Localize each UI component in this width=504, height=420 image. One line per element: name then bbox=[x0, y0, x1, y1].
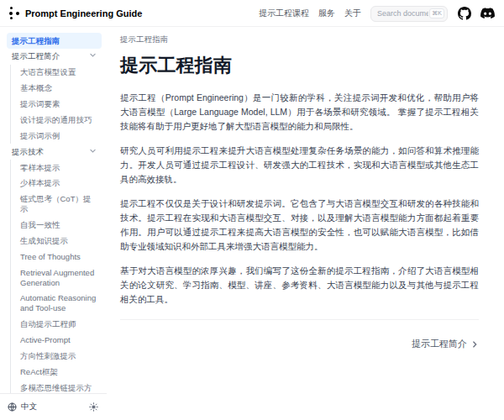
sidebar-item-label: Automatic Reasoning and Tool-use bbox=[20, 293, 97, 313]
nav-link[interactable]: 提示工程课程 bbox=[259, 8, 309, 19]
sidebar-item-label: 提示工程指南 bbox=[12, 36, 60, 46]
sidebar-item-label: 基本概念 bbox=[20, 83, 52, 93]
next-page-label: 提示工程简介 bbox=[412, 338, 467, 350]
content-divider bbox=[120, 319, 479, 320]
sidebar-item-label: 链式思考（CoT）提示 bbox=[20, 194, 97, 214]
sidebar-item[interactable]: 零样本提示 bbox=[10, 160, 102, 176]
sidebar-item[interactable]: 提示工程简介 bbox=[7, 49, 102, 65]
sidebar-item[interactable]: Tree of Thoughts bbox=[10, 249, 102, 265]
sidebar-item-label: 提示词要素 bbox=[20, 99, 60, 109]
sidebar-item[interactable]: 大语言模型设置 bbox=[10, 65, 102, 81]
sidebar-item[interactable]: 多模态思维链提示方法 bbox=[10, 380, 102, 393]
sidebar-item[interactable]: 生成知识提示 bbox=[10, 233, 102, 249]
sidebar-item[interactable]: 方向性刺激提示 bbox=[10, 348, 102, 364]
sidebar-item[interactable]: 设计提示的通用技巧 bbox=[10, 112, 102, 128]
sidebar-footer: 中文 bbox=[0, 393, 107, 419]
search-box: ⌘K bbox=[370, 4, 448, 22]
sidebar-item[interactable]: 自我一致性 bbox=[10, 218, 102, 234]
sidebar-item[interactable]: Retrieval Augmented Generation bbox=[10, 265, 102, 291]
article-paragraph: 提示工程（Prompt Engineering）是一门较新的学科，关注提示词开发… bbox=[120, 91, 479, 134]
sidebar-item[interactable]: ReAct框架 bbox=[10, 364, 102, 380]
sidebar-nav: 提示工程指南 提示工程简介 大语言模型设置 bbox=[0, 27, 107, 393]
site-title: Prompt Engineering Guide bbox=[25, 8, 142, 18]
sidebar-item-label: Active-Prompt bbox=[20, 335, 71, 345]
theme-toggle-icon[interactable] bbox=[89, 402, 98, 412]
sidebar-item[interactable]: 提示词要素 bbox=[10, 97, 102, 113]
sidebar-item-label: 大语言模型设置 bbox=[20, 67, 76, 77]
header-nav: 提示工程课程服务关于 ⌘K bbox=[259, 4, 495, 22]
sidebar-item-label: 自我一致性 bbox=[20, 220, 60, 230]
sidebar-item[interactable]: 提示词示例 bbox=[10, 128, 102, 144]
sidebar-item-label: 提示词示例 bbox=[20, 131, 60, 141]
sidebar-item-label: Tree of Thoughts bbox=[20, 252, 81, 262]
sidebar-item-label: 提示技术 bbox=[12, 147, 44, 157]
discord-icon[interactable] bbox=[480, 6, 495, 20]
sidebar-item-label: 少样本提示 bbox=[20, 178, 60, 188]
sidebar-item[interactable]: 自动提示工程师 bbox=[10, 317, 102, 333]
page-title: 提示工程指南 bbox=[120, 53, 479, 78]
sidebar-item-label: 零样本提示 bbox=[20, 163, 60, 173]
site-logo[interactable]: Prompt Engineering Guide bbox=[8, 6, 142, 20]
search-shortcut-kbd: ⌘K bbox=[429, 8, 444, 18]
sidebar-item-label: ReAct框架 bbox=[20, 367, 58, 377]
sidebar-item-label: 设计提示的通用技巧 bbox=[20, 115, 92, 125]
nav-link[interactable]: 关于 bbox=[344, 8, 361, 19]
nav-link[interactable]: 服务 bbox=[318, 8, 335, 19]
github-icon[interactable] bbox=[457, 6, 471, 20]
sidebar-item[interactable]: 少样本提示 bbox=[10, 176, 102, 192]
sidebar-item-label: 多模态思维链提示方法 bbox=[20, 383, 97, 393]
sidebar-item[interactable]: 提示工程指南 bbox=[7, 33, 102, 49]
chevron-down-icon bbox=[89, 147, 97, 157]
sidebar-item[interactable]: Active-Prompt bbox=[10, 333, 102, 349]
sidebar-item-label: 方向性刺激提示 bbox=[20, 351, 76, 361]
article-body: 提示工程（Prompt Engineering）是一门较新的学科，关注提示词开发… bbox=[120, 91, 479, 307]
article-paragraph: 研究人员可利用提示工程来提升大语言模型处理复杂任务场景的能力，如问答和算术推理能… bbox=[120, 144, 479, 186]
article-paragraph: 基于对大语言模型的浓厚兴趣，我们编写了这份全新的提示工程指南，介绍了大语言模型相… bbox=[120, 264, 479, 307]
language-selector[interactable]: 中文 bbox=[8, 402, 37, 412]
main-content: 提示工程指南 提示工程指南 提示工程（Prompt Engineering）是一… bbox=[107, 27, 504, 419]
logo-dots-icon bbox=[8, 6, 21, 20]
sidebar-item[interactable]: Automatic Reasoning and Tool-use bbox=[10, 291, 102, 317]
sidebar-item[interactable]: 链式思考（CoT）提示 bbox=[10, 192, 102, 218]
sidebar-item[interactable]: 基本概念 bbox=[10, 81, 102, 97]
chevron-down-icon bbox=[89, 51, 97, 61]
next-page-link[interactable]: 提示工程简介 bbox=[412, 338, 479, 350]
sidebar-item-label: Retrieval Augmented Generation bbox=[20, 268, 97, 288]
sidebar-item[interactable]: 提示技术 bbox=[7, 144, 102, 160]
sidebar: 提示工程指南 提示工程简介 大语言模型设置 bbox=[0, 27, 107, 419]
chevron-right-icon bbox=[470, 340, 479, 349]
breadcrumb: 提示工程指南 bbox=[120, 34, 479, 45]
sidebar-item-label: 自动提示工程师 bbox=[20, 319, 76, 329]
article-paragraph: 提示工程不仅仅是关于设计和研发提示词。它包含了与大语言模型交互和研发的各种技能和… bbox=[120, 197, 479, 254]
globe-icon bbox=[8, 402, 17, 412]
top-header: Prompt Engineering Guide 提示工程课程服务关于 ⌘K bbox=[0, 0, 504, 27]
sidebar-item-label: 生成知识提示 bbox=[20, 236, 68, 246]
sidebar-item-label: 提示工程简介 bbox=[12, 51, 60, 61]
language-label: 中文 bbox=[21, 402, 37, 412]
